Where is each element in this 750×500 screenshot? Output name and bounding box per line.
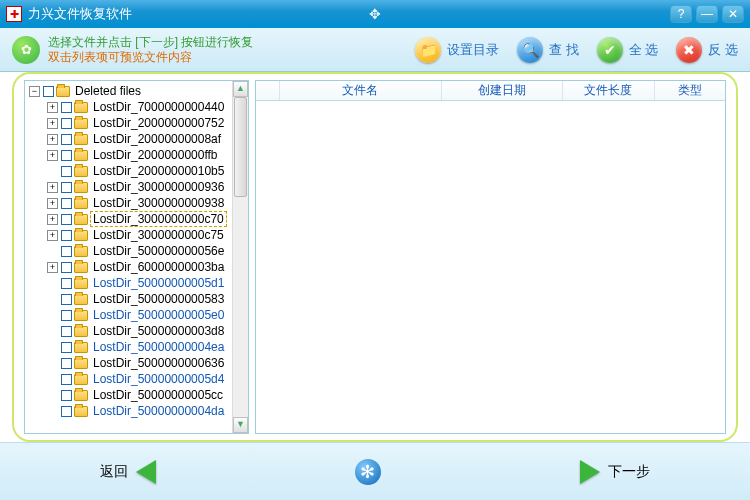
column-name[interactable]: 文件名 xyxy=(280,81,442,100)
checkbox[interactable] xyxy=(61,102,72,113)
tree-node[interactable]: +LostDir_3000000000c75 xyxy=(25,227,248,243)
tree-node[interactable]: LostDir_5000000000636 xyxy=(25,355,248,371)
expander-icon xyxy=(47,166,58,177)
expander-icon xyxy=(47,342,58,353)
folder-icon xyxy=(74,182,88,193)
folder-icon xyxy=(74,294,88,305)
expander-icon[interactable]: + xyxy=(47,230,58,241)
tree-node[interactable]: +LostDir_7000000000440 xyxy=(25,99,248,115)
checkbox[interactable] xyxy=(61,230,72,241)
tree-node[interactable]: LostDir_50000000005d4 xyxy=(25,371,248,387)
expander-icon[interactable]: + xyxy=(47,182,58,193)
folder-icon xyxy=(74,102,88,113)
hint-text: 选择文件并点击 [下一步] 按钮进行恢复 双击列表项可预览文件内容 xyxy=(48,35,253,65)
column-length[interactable]: 文件长度 xyxy=(563,81,654,100)
expander-icon[interactable]: + xyxy=(47,134,58,145)
tree-node[interactable]: LostDir_50000000003d8 xyxy=(25,323,248,339)
title-bar: 力兴文件恢复软件 ✥ ? — ✕ xyxy=(0,0,750,28)
tree-node[interactable]: LostDir_50000000004ea xyxy=(25,339,248,355)
expander-icon xyxy=(47,374,58,385)
tree-node[interactable]: LostDir_50000000005e0 xyxy=(25,307,248,323)
scroll-up-button[interactable]: ▲ xyxy=(233,81,248,97)
tree-node-label: LostDir_60000000003ba xyxy=(91,260,226,274)
tree-node-label: Deleted files xyxy=(73,84,143,98)
tree-node[interactable]: +LostDir_3000000000938 xyxy=(25,195,248,211)
tree-node-label: LostDir_3000000000938 xyxy=(91,196,226,210)
checkbox[interactable] xyxy=(61,182,72,193)
expander-icon xyxy=(47,358,58,369)
checkbox[interactable] xyxy=(61,358,72,369)
checkbox[interactable] xyxy=(61,118,72,129)
tree-node[interactable]: LostDir_500000000056e xyxy=(25,243,248,259)
folder-tree[interactable]: −Deleted files+LostDir_7000000000440+Los… xyxy=(24,80,249,434)
folder-icon xyxy=(74,230,88,241)
next-button[interactable]: 下一步 xyxy=(580,460,650,484)
tree-node-label: LostDir_50000000003d8 xyxy=(91,324,226,338)
scroll-down-button[interactable]: ▼ xyxy=(233,417,248,433)
invert-selection-button[interactable]: ✖ 反 选 xyxy=(676,37,738,63)
checkbox[interactable] xyxy=(61,198,72,209)
expander-icon[interactable]: + xyxy=(47,150,58,161)
tree-node[interactable]: +LostDir_20000000008af xyxy=(25,131,248,147)
list-header: 文件名 创建日期 文件长度 类型 xyxy=(256,81,725,101)
tree-node[interactable]: LostDir_50000000005cc xyxy=(25,387,248,403)
expander-icon[interactable]: + xyxy=(47,198,58,209)
tree-node[interactable]: +LostDir_2000000000ffb xyxy=(25,147,248,163)
checkbox[interactable] xyxy=(61,310,72,321)
minimize-button[interactable]: — xyxy=(696,5,718,23)
folder-icon xyxy=(74,278,88,289)
tree-node[interactable]: −Deleted files xyxy=(25,83,248,99)
column-checkbox[interactable] xyxy=(256,81,280,100)
column-type[interactable]: 类型 xyxy=(655,81,725,100)
toolbar: 选择文件并点击 [下一步] 按钮进行恢复 双击列表项可预览文件内容 📁 设置目录… xyxy=(0,28,750,72)
column-date[interactable]: 创建日期 xyxy=(442,81,564,100)
expander-icon[interactable]: + xyxy=(47,118,58,129)
tree-node[interactable]: LostDir_50000000004da xyxy=(25,403,248,419)
checkbox[interactable] xyxy=(61,278,72,289)
app-title: 力兴文件恢复软件 xyxy=(28,5,132,23)
back-button[interactable]: 返回 xyxy=(100,460,156,484)
expander-icon[interactable]: + xyxy=(47,214,58,225)
checkbox[interactable] xyxy=(61,342,72,353)
checkbox[interactable] xyxy=(61,246,72,257)
tree-node[interactable]: +LostDir_3000000000c70 xyxy=(25,211,248,227)
checkbox[interactable] xyxy=(61,134,72,145)
folder-icon xyxy=(74,150,88,161)
close-button[interactable]: ✕ xyxy=(722,5,744,23)
expander-icon xyxy=(47,310,58,321)
list-body xyxy=(256,101,725,433)
tree-node[interactable]: +LostDir_2000000000752 xyxy=(25,115,248,131)
expander-icon[interactable]: + xyxy=(47,262,58,273)
settings-button[interactable] xyxy=(355,459,381,485)
tree-node[interactable]: +LostDir_3000000000936 xyxy=(25,179,248,195)
tree-scrollbar[interactable]: ▲ ▼ xyxy=(232,81,248,433)
select-all-button[interactable]: ✔ 全 选 xyxy=(597,37,659,63)
hint-line2: 双击列表项可预览文件内容 xyxy=(48,50,253,65)
tree-node[interactable]: LostDir_50000000005d1 xyxy=(25,275,248,291)
checkbox[interactable] xyxy=(61,214,72,225)
checkbox[interactable] xyxy=(61,294,72,305)
tree-node[interactable]: LostDir_5000000000583 xyxy=(25,291,248,307)
tree-node[interactable]: LostDir_20000000010b5 xyxy=(25,163,248,179)
expander-icon xyxy=(47,294,58,305)
checkbox[interactable] xyxy=(61,166,72,177)
tree-node[interactable]: +LostDir_60000000003ba xyxy=(25,259,248,275)
move-handle-icon[interactable]: ✥ xyxy=(369,6,381,22)
search-button[interactable]: 🔍 查 找 xyxy=(517,37,579,63)
help-button[interactable]: ? xyxy=(670,5,692,23)
checkbox[interactable] xyxy=(61,390,72,401)
checkbox[interactable] xyxy=(43,86,54,97)
tree-node-label: LostDir_3000000000936 xyxy=(91,180,226,194)
tree-node-label: LostDir_5000000000583 xyxy=(91,292,226,306)
checkbox[interactable] xyxy=(61,406,72,417)
checkbox[interactable] xyxy=(61,326,72,337)
expander-icon[interactable]: − xyxy=(29,86,40,97)
expander-icon[interactable]: + xyxy=(47,102,58,113)
scroll-thumb[interactable] xyxy=(234,97,247,197)
checkbox[interactable] xyxy=(61,262,72,273)
checkbox[interactable] xyxy=(61,374,72,385)
set-directory-button[interactable]: 📁 设置目录 xyxy=(415,37,499,63)
cross-icon: ✖ xyxy=(676,37,702,63)
tree-node-label: LostDir_50000000004ea xyxy=(91,340,226,354)
checkbox[interactable] xyxy=(61,150,72,161)
